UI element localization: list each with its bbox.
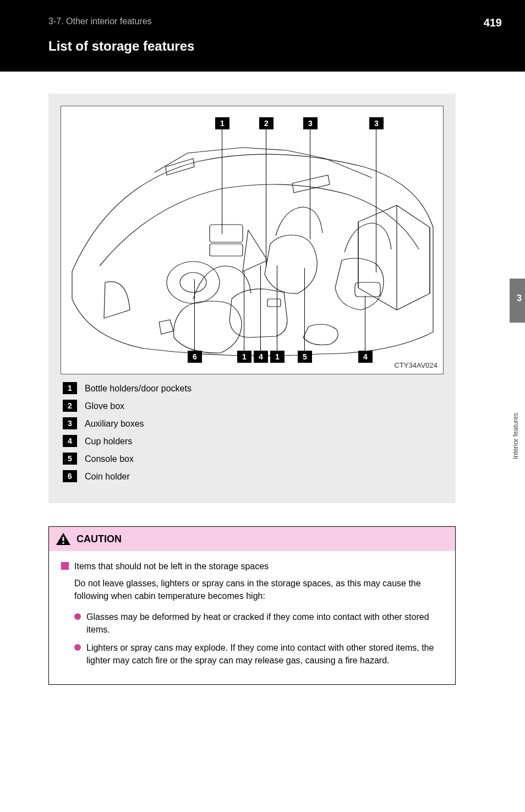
svg-rect-2 <box>210 225 243 242</box>
legend-number-badge: 6 <box>63 470 77 482</box>
legend-list: 1Bottle holders/door pockets2Glove box3A… <box>61 382 444 482</box>
diagram-callout: 4 <box>254 351 268 363</box>
diagram-callout: 3 <box>303 117 318 129</box>
legend-item: 3Auxiliary boxes <box>63 417 444 429</box>
diagram-callout: 4 <box>358 351 373 363</box>
legend-item: 1Bottle holders/door pockets <box>63 382 444 394</box>
legend-item: 4Cup holders <box>63 435 444 447</box>
warning-icon <box>56 532 71 546</box>
legend-item: 5Console box <box>63 453 444 465</box>
diagram-callout: 1 <box>215 117 229 129</box>
car-interior-illustration <box>67 134 439 365</box>
legend-number-badge: 1 <box>63 382 77 394</box>
page-number: 419 <box>484 17 502 29</box>
square-bullet-icon <box>61 562 69 570</box>
diagram-callout: 1 <box>270 351 285 363</box>
legend-text: Auxiliary boxes <box>85 417 144 429</box>
legend-number-badge: 5 <box>63 453 77 465</box>
legend-text: Console box <box>85 453 134 464</box>
diagram-callout: 2 <box>259 117 274 129</box>
svg-point-0 <box>167 261 220 303</box>
svg-rect-4 <box>267 299 281 307</box>
caution-header: CAUTION <box>49 527 455 551</box>
svg-rect-6 <box>62 537 64 541</box>
legend-text: Coin holder <box>85 470 130 482</box>
caution-bullet-text: Lighters or spray cans may explode. If t… <box>86 641 443 667</box>
legend-item: 2Glove box <box>63 400 444 412</box>
caution-box: CAUTION Items that should not be left in… <box>48 526 456 685</box>
section-tab-label: Interior features <box>512 413 519 459</box>
legend-item: 6Coin holder <box>63 470 444 482</box>
section-tab-number: 3 <box>517 293 522 303</box>
caution-intro: Do not leave glasses, lighters or spray … <box>74 577 443 602</box>
caution-body: Items that should not be left in the sto… <box>49 551 455 684</box>
round-bullet-icon <box>74 644 81 651</box>
image-reference-code: CTY34AV024 <box>394 361 438 369</box>
svg-point-1 <box>180 273 206 292</box>
diagram-callout: 1 <box>237 351 251 363</box>
diagram-callout: 5 <box>298 351 312 363</box>
round-bullet-icon <box>74 613 81 620</box>
legend-number-badge: 2 <box>63 400 77 412</box>
svg-rect-7 <box>62 542 64 544</box>
caution-bullet: Lighters or spray cans may explode. If t… <box>74 641 443 667</box>
section-title: List of storage features <box>48 39 194 54</box>
caution-subheading: Items that should not be left in the sto… <box>74 560 269 573</box>
diagram-panel: 1233614154 CTY34AV024 1Bottle holders/do… <box>48 94 456 503</box>
diagram-callout: 6 <box>188 351 202 363</box>
caution-title: CAUTION <box>76 533 122 545</box>
legend-number-badge: 3 <box>63 417 77 429</box>
legend-number-badge: 4 <box>63 435 77 447</box>
legend-text: Cup holders <box>85 435 132 446</box>
caution-bullet-text: Glasses may be deformed by heat or crack… <box>86 611 443 636</box>
svg-rect-5 <box>355 282 380 297</box>
legend-text: Bottle holders/door pockets <box>85 382 192 394</box>
breadcrumb: 3-7. Other interior features <box>48 17 152 26</box>
page-header: 419 3-7. Other interior features List of… <box>0 0 525 72</box>
diagram-callout: 3 <box>369 117 384 129</box>
svg-rect-3 <box>210 244 243 256</box>
caution-bullet: Glasses may be deformed by heat or crack… <box>74 611 443 636</box>
interior-diagram: 1233614154 CTY34AV024 <box>61 106 444 374</box>
legend-text: Glove box <box>85 400 124 411</box>
